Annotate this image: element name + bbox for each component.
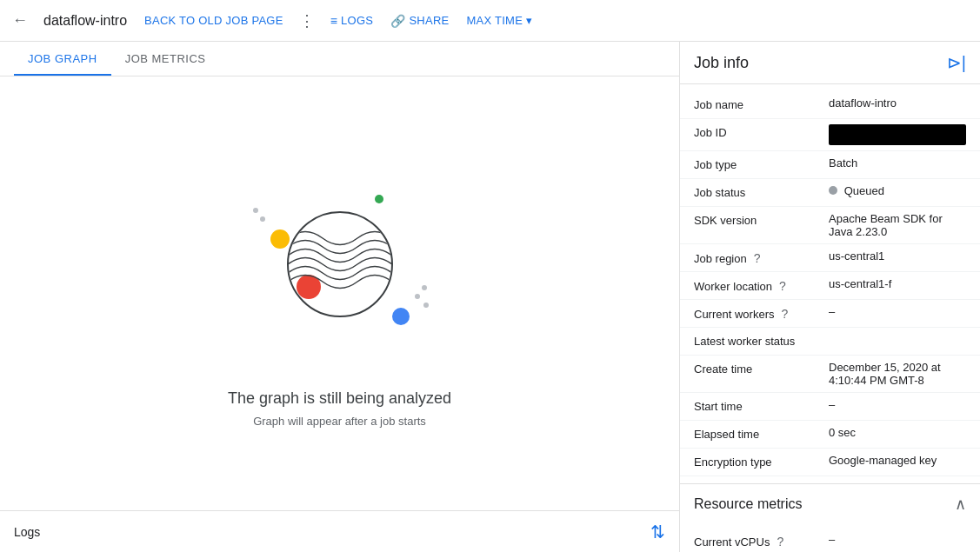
dot-gray-3 — [422, 285, 427, 290]
job-status-value: Queued — [829, 184, 966, 197]
resource-metrics-table: Current vCPUs ? – Total vCPU time ? – vC… — [680, 521, 980, 552]
back-to-old-job-button[interactable]: BACK TO OLD JOB PAGE — [137, 9, 290, 32]
collapse-panel-icon[interactable]: ⊳| — [947, 52, 966, 73]
elapsed-time-value: 0 sec — [829, 426, 966, 439]
dot-gray-2 — [260, 216, 265, 222]
encryption-type-value: Google-managed key — [829, 454, 966, 467]
tab-job-metrics[interactable]: JOB METRICS — [111, 42, 220, 76]
current-workers-value: – — [829, 305, 966, 318]
job-info-header: Job info ⊳| — [680, 42, 980, 84]
create-time-row: Create time December 15, 2020 at 4:10:44… — [680, 356, 980, 393]
job-id-row: Job ID — [680, 119, 980, 151]
current-vcpus-value: – — [829, 533, 966, 546]
logs-button[interactable]: ≡ LOGS — [323, 9, 381, 33]
current-vcpus-row: Current vCPUs ? – — [680, 528, 980, 552]
logs-expand-icon[interactable]: ⇅ — [650, 522, 665, 542]
dropdown-icon: ▾ — [526, 14, 532, 27]
start-time-label: Start time — [694, 398, 829, 413]
graph-area: The graph is still being analyzed Graph … — [0, 76, 679, 510]
current-workers-help-icon[interactable]: ? — [781, 307, 788, 321]
current-vcpus-help-icon[interactable]: ? — [777, 535, 783, 549]
latest-worker-status-label: Latest worker status — [694, 333, 829, 348]
job-region-label: Job region ? — [694, 249, 829, 265]
header-nav: BACK TO OLD JOB PAGE ⋮ ≡ LOGS 🔗 SHARE MA… — [137, 6, 539, 36]
job-id-label: Job ID — [694, 124, 829, 139]
elapsed-time-label: Elapsed time — [694, 426, 829, 441]
latest-worker-status-row: Latest worker status — [680, 328, 980, 356]
current-workers-label: Current workers ? — [694, 305, 829, 321]
logs-icon: ≡ — [330, 14, 337, 28]
svg-point-1 — [289, 213, 391, 316]
start-time-value: – — [829, 398, 966, 411]
job-id-value — [829, 124, 966, 145]
planet-svg — [283, 208, 397, 321]
job-type-row: Job type Batch — [680, 151, 980, 179]
job-status-label: Job status — [694, 184, 829, 199]
left-panel: JOB GRAPH JOB METRICS — [0, 42, 680, 552]
sdk-version-label: SDK version — [694, 212, 829, 227]
create-time-value: December 15, 2020 at 4:10:44 PM GMT-8 — [829, 361, 966, 387]
resource-metrics-header: Resource metrics ∧ — [680, 483, 980, 521]
job-title: dataflow-intro — [43, 13, 127, 29]
app-header: ← dataflow-intro BACK TO OLD JOB PAGE ⋮ … — [0, 0, 980, 42]
job-status-row: Job status Queued — [680, 179, 980, 207]
job-name-row: Job name dataflow-intro — [680, 91, 980, 119]
right-panel: Job info ⊳| Job name dataflow-intro Job … — [680, 42, 980, 552]
job-type-value: Batch — [829, 156, 966, 170]
dot-gray-5 — [423, 303, 429, 308]
max-time-button[interactable]: MAX TIME ▾ — [460, 9, 540, 32]
job-type-label: Job type — [694, 156, 829, 171]
encryption-type-label: Encryption type — [694, 454, 829, 469]
start-time-row: Start time – — [680, 393, 980, 421]
tabs-bar: JOB GRAPH JOB METRICS — [0, 42, 679, 76]
resource-metrics-collapse-icon[interactable]: ∧ — [955, 495, 966, 514]
tab-job-graph[interactable]: JOB GRAPH — [14, 42, 111, 76]
worker-location-label: Worker location ? — [694, 277, 829, 293]
logs-section[interactable]: Logs ⇅ — [0, 510, 679, 552]
job-name-label: Job name — [694, 96, 829, 111]
svg-point-0 — [288, 212, 392, 316]
resource-metrics-title: Resource metrics — [694, 496, 802, 512]
dot-gray-1 — [253, 208, 258, 213]
dot-green — [375, 195, 383, 203]
job-info-table: Job name dataflow-intro Job ID Job type … — [680, 84, 980, 483]
job-region-help-icon[interactable]: ? — [754, 251, 761, 265]
dot-gray-4 — [415, 294, 420, 299]
current-workers-row: Current workers ? – — [680, 300, 980, 328]
job-region-row: Job region ? us-central1 — [680, 244, 980, 272]
encryption-type-row: Encryption type Google-managed key — [680, 449, 980, 476]
header-left: ← dataflow-intro BACK TO OLD JOB PAGE ⋮ … — [7, 6, 973, 36]
back-icon[interactable]: ← — [7, 6, 33, 35]
share-button[interactable]: 🔗 SHARE — [383, 9, 456, 33]
current-vcpus-label: Current vCPUs ? — [694, 533, 829, 549]
more-options-icon[interactable]: ⋮ — [294, 6, 320, 36]
job-region-value: us-central1 — [829, 249, 966, 263]
worker-location-row: Worker location ? us-central1-f — [680, 272, 980, 300]
sdk-version-row: SDK version Apache Beam SDK for Java 2.2… — [680, 207, 980, 244]
planet-illustration — [244, 160, 436, 369]
graph-analyzing-subtitle: Graph will appear after a job starts — [253, 415, 426, 428]
job-info-title: Job info — [694, 54, 749, 72]
worker-location-help-icon[interactable]: ? — [779, 279, 786, 293]
worker-location-value: us-central1-f — [829, 277, 966, 290]
create-time-label: Create time — [694, 361, 829, 376]
elapsed-time-row: Elapsed time 0 sec — [680, 421, 980, 449]
job-name-value: dataflow-intro — [829, 96, 966, 110]
graph-analyzing-title: The graph is still being analyzed — [228, 389, 451, 408]
status-dot-icon — [829, 186, 837, 195]
share-icon: 🔗 — [390, 14, 405, 28]
main-layout: JOB GRAPH JOB METRICS — [0, 42, 980, 552]
sdk-version-value: Apache Beam SDK for Java 2.23.0 — [829, 212, 966, 238]
logs-label: Logs — [14, 525, 40, 539]
